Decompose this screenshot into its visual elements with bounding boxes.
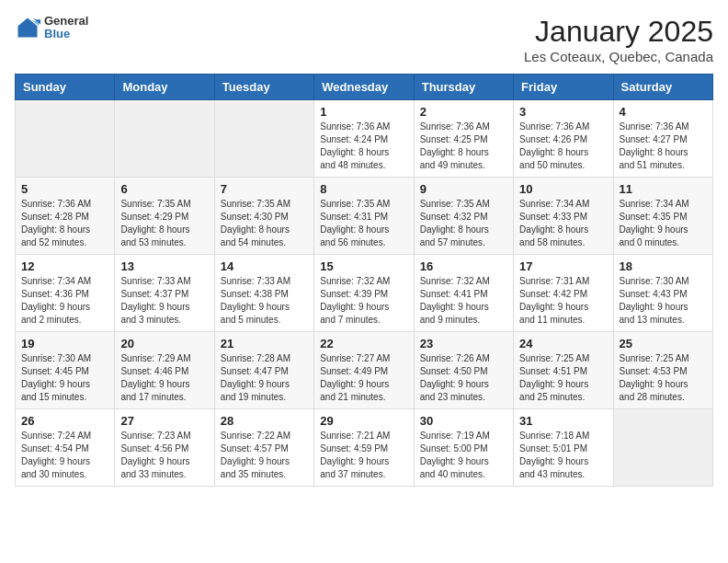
logo: General Blue [15,15,88,41]
day-info: Sunrise: 7:36 AM Sunset: 4:28 PM Dayligh… [21,198,108,249]
day-number: 27 [120,414,208,428]
calendar-title: January 2025 [524,15,713,49]
calendar-cell: 9Sunrise: 7:35 AM Sunset: 4:32 PM Daylig… [414,178,513,255]
day-number: 26 [21,414,108,428]
day-info: Sunrise: 7:21 AM Sunset: 4:59 PM Dayligh… [320,430,407,481]
day-of-week-sunday: Sunday [16,75,115,100]
day-info: Sunrise: 7:29 AM Sunset: 4:46 PM Dayligh… [120,352,208,404]
calendar-cell [613,409,712,487]
day-info: Sunrise: 7:33 AM Sunset: 4:37 PM Dayligh… [120,275,208,327]
calendar-week-row: 19Sunrise: 7:30 AM Sunset: 4:45 PM Dayli… [16,332,713,409]
day-info: Sunrise: 7:35 AM Sunset: 4:31 PM Dayligh… [320,198,407,249]
day-number: 10 [519,182,607,196]
title-section: January 2025 Les Coteaux, Quebec, Canada [524,15,713,64]
day-info: Sunrise: 7:18 AM Sunset: 5:01 PM Dayligh… [519,430,607,481]
day-number: 3 [519,105,607,119]
day-of-week-tuesday: Tuesday [214,75,313,100]
calendar-cell: 2Sunrise: 7:36 AM Sunset: 4:25 PM Daylig… [414,100,513,178]
day-number: 31 [519,414,607,428]
logo-text: General Blue [44,15,88,41]
day-info: Sunrise: 7:23 AM Sunset: 4:56 PM Dayligh… [120,430,208,481]
day-info: Sunrise: 7:34 AM Sunset: 4:36 PM Dayligh… [21,275,108,327]
calendar-table: SundayMondayTuesdayWednesdayThursdayFrid… [15,74,713,487]
day-info: Sunrise: 7:22 AM Sunset: 4:57 PM Dayligh… [221,430,308,481]
day-info: Sunrise: 7:33 AM Sunset: 4:38 PM Dayligh… [221,275,308,327]
day-number: 6 [120,182,208,196]
calendar-cell [214,100,313,178]
calendar-cell: 8Sunrise: 7:35 AM Sunset: 4:31 PM Daylig… [314,178,414,255]
calendar-cell: 14Sunrise: 7:33 AM Sunset: 4:38 PM Dayli… [214,255,313,332]
day-number: 20 [120,337,208,350]
calendar-cell: 13Sunrise: 7:33 AM Sunset: 4:37 PM Dayli… [115,255,214,332]
day-info: Sunrise: 7:30 AM Sunset: 4:45 PM Dayligh… [21,352,108,404]
calendar-cell: 10Sunrise: 7:34 AM Sunset: 4:33 PM Dayli… [514,178,613,255]
calendar-header-row: SundayMondayTuesdayWednesdayThursdayFrid… [16,75,713,100]
day-number: 18 [620,259,707,273]
calendar-week-row: 12Sunrise: 7:34 AM Sunset: 4:36 PM Dayli… [16,255,713,332]
day-info: Sunrise: 7:36 AM Sunset: 4:27 PM Dayligh… [620,121,707,172]
day-number: 4 [620,105,707,119]
calendar-cell: 28Sunrise: 7:22 AM Sunset: 4:57 PM Dayli… [214,409,313,487]
day-info: Sunrise: 7:36 AM Sunset: 4:24 PM Dayligh… [320,121,407,172]
day-info: Sunrise: 7:27 AM Sunset: 4:49 PM Dayligh… [320,352,407,404]
calendar-week-row: 5Sunrise: 7:36 AM Sunset: 4:28 PM Daylig… [16,178,713,255]
day-info: Sunrise: 7:35 AM Sunset: 4:29 PM Dayligh… [120,198,208,249]
logo-icon [15,15,40,40]
calendar-week-row: 26Sunrise: 7:24 AM Sunset: 4:54 PM Dayli… [16,409,713,487]
day-number: 29 [320,414,407,428]
day-info: Sunrise: 7:31 AM Sunset: 4:42 PM Dayligh… [519,275,607,327]
calendar-cell: 25Sunrise: 7:25 AM Sunset: 4:53 PM Dayli… [613,332,712,409]
calendar-cell: 19Sunrise: 7:30 AM Sunset: 4:45 PM Dayli… [16,332,115,409]
calendar-cell: 31Sunrise: 7:18 AM Sunset: 5:01 PM Dayli… [514,409,613,487]
calendar-cell: 22Sunrise: 7:27 AM Sunset: 4:49 PM Dayli… [314,332,414,409]
day-number: 23 [420,337,507,350]
day-of-week-saturday: Saturday [613,75,712,100]
day-number: 13 [120,259,208,273]
svg-marker-0 [18,18,38,38]
day-info: Sunrise: 7:25 AM Sunset: 4:51 PM Dayligh… [519,352,607,404]
calendar-cell: 5Sunrise: 7:36 AM Sunset: 4:28 PM Daylig… [16,178,115,255]
day-number: 30 [420,414,507,428]
day-number: 11 [620,182,707,196]
day-info: Sunrise: 7:28 AM Sunset: 4:47 PM Dayligh… [221,352,308,404]
day-of-week-friday: Friday [514,75,613,100]
calendar-week-row: 1Sunrise: 7:36 AM Sunset: 4:24 PM Daylig… [16,100,713,178]
calendar-cell: 3Sunrise: 7:36 AM Sunset: 4:26 PM Daylig… [514,100,613,178]
calendar-cell: 1Sunrise: 7:36 AM Sunset: 4:24 PM Daylig… [314,100,414,178]
calendar-cell: 6Sunrise: 7:35 AM Sunset: 4:29 PM Daylig… [115,178,214,255]
calendar-cell: 4Sunrise: 7:36 AM Sunset: 4:27 PM Daylig… [613,100,712,178]
calendar-cell: 11Sunrise: 7:34 AM Sunset: 4:35 PM Dayli… [613,178,712,255]
day-info: Sunrise: 7:34 AM Sunset: 4:35 PM Dayligh… [620,198,707,249]
calendar-cell: 23Sunrise: 7:26 AM Sunset: 4:50 PM Dayli… [414,332,513,409]
day-number: 1 [320,105,407,119]
calendar-cell: 17Sunrise: 7:31 AM Sunset: 4:42 PM Dayli… [514,255,613,332]
calendar-cell: 21Sunrise: 7:28 AM Sunset: 4:47 PM Dayli… [214,332,313,409]
calendar-cell [16,100,115,178]
day-info: Sunrise: 7:30 AM Sunset: 4:43 PM Dayligh… [620,275,707,327]
day-number: 25 [620,337,707,350]
calendar-cell: 24Sunrise: 7:25 AM Sunset: 4:51 PM Dayli… [514,332,613,409]
calendar-cell: 26Sunrise: 7:24 AM Sunset: 4:54 PM Dayli… [16,409,115,487]
day-info: Sunrise: 7:19 AM Sunset: 5:00 PM Dayligh… [420,430,507,481]
day-number: 28 [221,414,308,428]
day-number: 24 [519,337,607,350]
day-number: 19 [21,337,108,350]
calendar-cell: 29Sunrise: 7:21 AM Sunset: 4:59 PM Dayli… [314,409,414,487]
day-number: 9 [420,182,507,196]
day-number: 22 [320,337,407,350]
calendar-subtitle: Les Coteaux, Quebec, Canada [524,49,713,64]
calendar-cell: 18Sunrise: 7:30 AM Sunset: 4:43 PM Dayli… [613,255,712,332]
day-info: Sunrise: 7:32 AM Sunset: 4:39 PM Dayligh… [320,275,407,327]
day-info: Sunrise: 7:35 AM Sunset: 4:30 PM Dayligh… [221,198,308,249]
day-info: Sunrise: 7:36 AM Sunset: 4:26 PM Dayligh… [519,121,607,172]
day-number: 12 [21,259,108,273]
day-info: Sunrise: 7:26 AM Sunset: 4:50 PM Dayligh… [420,352,507,404]
calendar-cell: 7Sunrise: 7:35 AM Sunset: 4:30 PM Daylig… [214,178,313,255]
day-info: Sunrise: 7:36 AM Sunset: 4:25 PM Dayligh… [420,121,507,172]
day-of-week-wednesday: Wednesday [314,75,414,100]
calendar-cell: 30Sunrise: 7:19 AM Sunset: 5:00 PM Dayli… [414,409,513,487]
day-number: 2 [420,105,507,119]
calendar-cell: 27Sunrise: 7:23 AM Sunset: 4:56 PM Dayli… [115,409,214,487]
day-of-week-thursday: Thursday [414,75,513,100]
header: General Blue January 2025 Les Coteaux, Q… [15,15,713,64]
